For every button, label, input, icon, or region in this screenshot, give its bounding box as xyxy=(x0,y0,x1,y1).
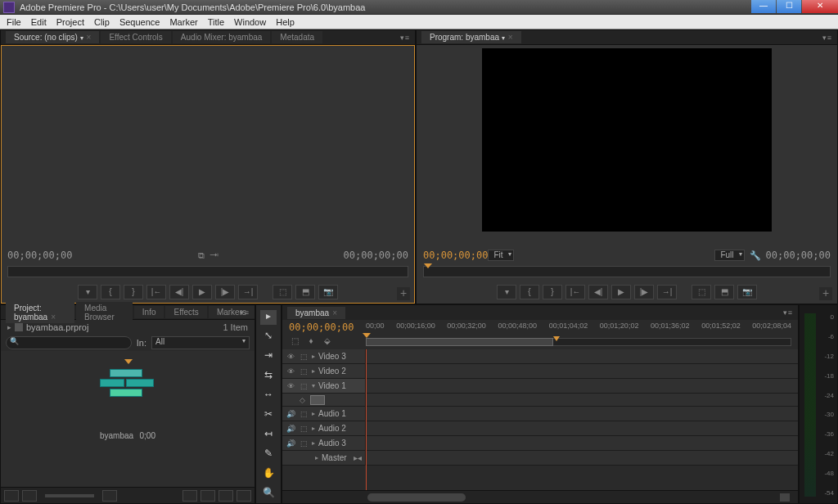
zoom-handle[interactable] xyxy=(780,493,790,502)
overwrite-button[interactable]: ⬒ xyxy=(295,285,315,299)
track-master[interactable]: ▸ Master ▸◂ xyxy=(282,451,798,466)
play-button[interactable]: ▶ xyxy=(192,285,212,299)
new-bin-button[interactable] xyxy=(200,490,215,502)
go-to-in-button[interactable]: |← xyxy=(565,285,585,299)
track-audio-2[interactable]: 🔊 ⬚ ▸ Audio 2 xyxy=(282,421,798,436)
eye-icon[interactable]: 👁 xyxy=(286,367,295,376)
window-minimize-button[interactable]: — xyxy=(751,0,776,13)
lift-button[interactable]: ⬚ xyxy=(692,285,711,299)
tab-sequence[interactable]: byambaa× xyxy=(287,307,345,319)
collapse-icon[interactable]: ▸ xyxy=(315,454,318,461)
tab-source[interactable]: Source: (no clips) ▾× xyxy=(6,31,99,43)
out-point-button[interactable]: } xyxy=(543,285,562,299)
eye-icon[interactable]: 👁 xyxy=(286,352,295,362)
menu-marker[interactable]: Marker xyxy=(164,16,202,29)
pen-tool[interactable]: ✎ xyxy=(260,448,277,462)
menu-help[interactable]: Help xyxy=(271,16,300,29)
timeline-scrollbar[interactable] xyxy=(282,490,798,503)
menu-sequence[interactable]: Sequence xyxy=(115,16,165,29)
playhead-line[interactable] xyxy=(366,349,367,490)
delete-button[interactable] xyxy=(237,490,251,502)
export-frame-button[interactable]: 📷 xyxy=(737,285,757,299)
collapse-icon[interactable]: ▾ xyxy=(312,382,315,389)
rate-stretch-tool[interactable]: ↔ xyxy=(260,389,277,403)
collapse-icon[interactable]: ▸ xyxy=(312,439,315,447)
source-scrub-bar[interactable] xyxy=(1,263,415,281)
track-video-1-keyframes[interactable]: ◇ xyxy=(282,394,798,407)
tab-program[interactable]: Program: byambaa ▾× xyxy=(421,31,521,43)
track-video-2[interactable]: 👁 ⬚ ▸ Video 2 xyxy=(282,364,798,379)
speaker-icon[interactable]: 🔊 xyxy=(286,439,295,448)
lock-icon[interactable]: ⬚ xyxy=(299,424,309,434)
step-forward-button[interactable]: |▶ xyxy=(215,285,235,299)
tab-metadata[interactable]: Metadata xyxy=(272,31,322,43)
marker-button[interactable]: ▾ xyxy=(497,285,516,299)
add-button-icon[interactable]: + xyxy=(819,287,832,300)
program-scrub-bar[interactable] xyxy=(417,263,837,281)
disclosure-icon[interactable]: ▸ xyxy=(7,323,11,331)
collapse-icon[interactable]: ▸ xyxy=(312,367,315,375)
collapse-icon[interactable]: ▸ xyxy=(312,353,315,360)
chevron-down-icon[interactable]: ▾ xyxy=(80,34,83,42)
go-to-out-button[interactable]: →| xyxy=(238,285,258,299)
insert-button[interactable]: ⬚ xyxy=(273,285,292,299)
ripple-edit-tool[interactable]: ⇥ xyxy=(260,349,277,364)
zoom-fit-select[interactable]: Fit xyxy=(488,250,513,261)
close-icon[interactable]: × xyxy=(332,308,337,317)
lock-icon[interactable]: ⬚ xyxy=(299,409,309,419)
work-area-end-handle[interactable] xyxy=(553,336,560,341)
hand-tool[interactable]: ✋ xyxy=(260,467,277,482)
resolution-select[interactable]: Full xyxy=(714,250,744,261)
rolling-edit-tool[interactable]: ⇆ xyxy=(260,369,277,384)
slip-tool[interactable]: ↤ xyxy=(260,428,277,443)
in-point-button[interactable]: { xyxy=(520,285,539,299)
program-duration-timecode[interactable]: 00;00;00;00 xyxy=(766,250,831,261)
eye-icon[interactable]: 👁 xyxy=(286,381,295,391)
track-video-1[interactable]: 👁 ⬚ ▾ Video 1 xyxy=(282,379,798,394)
lock-icon[interactable]: ⬚ xyxy=(299,381,309,391)
icon-view-button[interactable] xyxy=(22,490,37,502)
out-point-button[interactable]: } xyxy=(124,285,143,299)
marker-icon[interactable]: ♦ xyxy=(305,336,317,346)
panel-menu-icon[interactable]: ▾≡ xyxy=(822,34,832,42)
step-back-button[interactable]: ◀| xyxy=(169,285,189,299)
timeline-playhead-timecode[interactable]: 00;00;00;00 xyxy=(289,322,366,333)
selection-tool[interactable]: ▸ xyxy=(260,310,277,325)
tab-audio-mixer[interactable]: Audio Mixer: byambaa xyxy=(173,31,271,43)
source-in-timecode[interactable]: 00;00;00;00 xyxy=(7,250,72,261)
lock-icon[interactable]: ⬚ xyxy=(299,352,309,362)
snap-icon[interactable]: ⬚ xyxy=(289,336,300,346)
close-icon[interactable]: × xyxy=(508,33,513,42)
timeline-ruler[interactable]: 00;00 00;00;16;00 00;00;32;00 00;00;48;0… xyxy=(366,322,791,348)
tab-effects[interactable]: Effects xyxy=(165,306,206,318)
export-frame-button[interactable]: 📷 xyxy=(318,285,338,299)
thumbnail-slider[interactable] xyxy=(45,494,94,497)
sequence-item[interactable]: byambaa 0;00 xyxy=(100,364,155,440)
marker-button[interactable]: ▾ xyxy=(78,285,97,299)
menu-clip[interactable]: Clip xyxy=(89,16,115,29)
window-close-button[interactable]: ✕ xyxy=(802,0,838,13)
track-video-3[interactable]: 👁 ⬚ ▸ Video 3 xyxy=(282,349,798,364)
panel-menu-icon[interactable]: ▾≡ xyxy=(400,34,410,42)
track-audio-3[interactable]: 🔊 ⬚ ▸ Audio 3 xyxy=(282,436,798,451)
sort-button[interactable] xyxy=(102,490,117,502)
playhead-indicator[interactable] xyxy=(363,333,371,338)
panel-menu-icon[interactable]: ▾≡ xyxy=(240,308,250,317)
window-maximize-button[interactable]: ☐ xyxy=(777,0,801,13)
tab-media-browser[interactable]: Media Browser xyxy=(76,302,133,323)
bin-view[interactable]: byambaa 0;00 xyxy=(1,351,255,487)
scroll-thumb[interactable] xyxy=(367,493,466,502)
add-button-icon[interactable]: + xyxy=(397,287,410,300)
close-icon[interactable]: × xyxy=(87,33,92,42)
list-view-button[interactable] xyxy=(4,490,19,502)
tab-info[interactable]: Info xyxy=(134,306,164,318)
overwrite-icon[interactable]: ⭲ xyxy=(210,250,219,261)
insert-icon[interactable]: ⧉ xyxy=(198,250,205,261)
speaker-icon[interactable]: 🔊 xyxy=(286,424,295,434)
go-to-out-button[interactable]: →| xyxy=(657,285,677,299)
menu-edit[interactable]: Edit xyxy=(26,16,52,29)
tab-effect-controls[interactable]: Effect Controls xyxy=(101,31,170,43)
step-back-button[interactable]: ◀| xyxy=(588,285,608,299)
menu-file[interactable]: File xyxy=(2,16,26,29)
collapse-icon[interactable]: ▸ xyxy=(312,425,315,432)
